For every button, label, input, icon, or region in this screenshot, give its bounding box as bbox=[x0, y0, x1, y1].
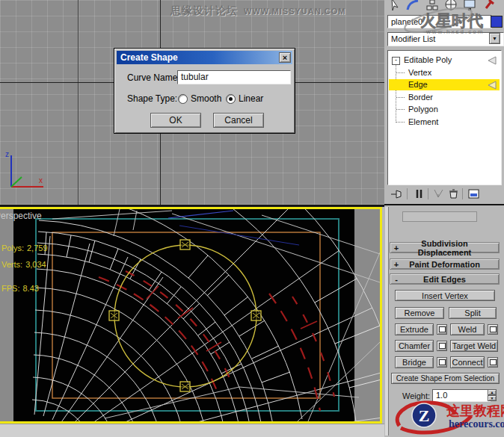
pin-stack-icon[interactable] bbox=[390, 187, 403, 200]
remove-button[interactable]: Remove bbox=[395, 307, 444, 319]
connect-button[interactable]: Connect bbox=[450, 356, 485, 368]
create-tab-icon[interactable] bbox=[387, 0, 402, 12]
stack-item-vertex[interactable]: Vertex bbox=[389, 67, 500, 78]
cropped-rollout-control bbox=[402, 211, 477, 222]
configure-modifier-sets-icon[interactable] bbox=[467, 187, 480, 200]
watermark-missyuan-text: 思缘设计论坛 bbox=[170, 4, 238, 16]
insert-vertex-button[interactable]: Insert Vertex bbox=[395, 290, 495, 301]
ok-button[interactable]: OK bbox=[150, 113, 201, 128]
make-unique-icon[interactable] bbox=[432, 187, 445, 200]
radio-linear-label[interactable]: Linear bbox=[239, 93, 263, 104]
watermark-hxsd-url: www.hxsd.com bbox=[425, 28, 484, 35]
modifier-stack-list: - Editable Poly Vertex Edge Border Polyg… bbox=[387, 50, 502, 185]
create-shape-dialog: Create Shape × Curve Name: tubular Shape… bbox=[114, 48, 295, 134]
stat-fps: FPS:8.43 bbox=[1, 284, 39, 293]
watermark-herecours-title: 这里教程网 bbox=[446, 402, 504, 420]
perspective-viewport[interactable]: Perspective Polys:2,759 Verts:3,034 FPS:… bbox=[0, 207, 382, 424]
rollout-subdivision-displacement[interactable]: +Subdivision Displacement bbox=[390, 242, 500, 253]
bridge-button[interactable]: Bridge bbox=[395, 356, 434, 368]
safe-frame-outside-left bbox=[0, 209, 13, 421]
stack-item-border[interactable]: Border bbox=[389, 92, 500, 103]
y-axis bbox=[11, 177, 22, 187]
x-axis-label: x bbox=[39, 176, 43, 185]
watermark-hxsd-logo: 火星时代 www.hxsd.com bbox=[401, 1, 504, 37]
watermark-herecours-url: herecours.com bbox=[449, 418, 504, 430]
extrude-settings-button[interactable] bbox=[437, 324, 447, 335]
radio-smooth[interactable] bbox=[178, 94, 188, 104]
close-icon[interactable]: × bbox=[279, 52, 291, 63]
shape-type-label: Shape Type: bbox=[127, 93, 177, 104]
subobject-arrow-icon bbox=[487, 81, 497, 90]
stack-item-edge-selected[interactable]: Edge bbox=[389, 79, 500, 90]
watermark-missyuan-url: WWW.MISSYUAN.COM bbox=[244, 7, 345, 16]
curve-name-label: Curve Name: bbox=[127, 72, 180, 83]
radio-smooth-label[interactable]: Smooth bbox=[191, 93, 221, 104]
chamfer-settings-button[interactable] bbox=[437, 341, 447, 351]
extrude-button[interactable]: Extrude bbox=[395, 323, 434, 335]
curve-name-input[interactable]: tubular bbox=[177, 70, 291, 84]
status-strip bbox=[0, 424, 384, 437]
target-weld-button[interactable]: Target Weld bbox=[450, 340, 498, 352]
weight-spinner-up[interactable]: ▲ bbox=[488, 389, 497, 395]
watermark-z-letter: Z bbox=[419, 406, 430, 425]
watermark-hxsd-title: 火星时代 bbox=[420, 12, 483, 29]
stack-item-element[interactable]: Element bbox=[389, 117, 500, 128]
create-shape-from-selection-button[interactable]: Create Shape From Selection bbox=[391, 373, 500, 384]
stat-verts: Verts:3,034 bbox=[1, 260, 46, 269]
dialog-titlebar[interactable]: Create Shape bbox=[117, 51, 292, 64]
weld-settings-button[interactable] bbox=[488, 324, 498, 335]
viewport-label[interactable]: Perspective bbox=[0, 211, 42, 221]
axis-gizmo: z x bbox=[3, 148, 49, 191]
collapse-icon[interactable]: - bbox=[392, 57, 400, 65]
panel-divider bbox=[384, 204, 504, 205]
cancel-button[interactable]: Cancel bbox=[213, 113, 264, 128]
show-end-result-icon[interactable] bbox=[413, 187, 425, 200]
connect-settings-button[interactable] bbox=[488, 357, 498, 368]
chamfer-button[interactable]: Chamfer bbox=[395, 340, 434, 352]
stack-toolbar bbox=[384, 186, 504, 202]
rollout-paint-deformation[interactable]: +Paint Deformation bbox=[390, 258, 500, 270]
split-button[interactable]: Split bbox=[449, 307, 497, 319]
remove-modifier-icon[interactable] bbox=[447, 187, 460, 200]
watermark-missyuan: 思缘设计论坛WWW.MISSYUAN.COM bbox=[170, 4, 345, 18]
command-panel: planete0 Modifier List ▼ - Editable Poly… bbox=[384, 0, 504, 437]
radio-linear[interactable] bbox=[226, 94, 236, 104]
stat-polys: Polys:2,759 bbox=[1, 244, 48, 252]
z-axis-label: z bbox=[5, 150, 9, 158]
stack-item-editable-poly[interactable]: - Editable Poly bbox=[389, 55, 500, 66]
bridge-settings-button[interactable] bbox=[437, 357, 447, 368]
app-window: z x 思缘设计论坛WWW.MISSYUAN.COM bbox=[0, 0, 504, 437]
perspective-viewport-canvas bbox=[0, 209, 380, 421]
subobject-arrow-icon bbox=[487, 56, 497, 65]
stack-item-polygon[interactable]: Polygon bbox=[389, 104, 500, 115]
weld-button[interactable]: Weld bbox=[450, 323, 485, 335]
rollout-edit-edges[interactable]: -Edit Edges bbox=[390, 273, 500, 285]
world-axis-line-vertical bbox=[78, 0, 79, 205]
